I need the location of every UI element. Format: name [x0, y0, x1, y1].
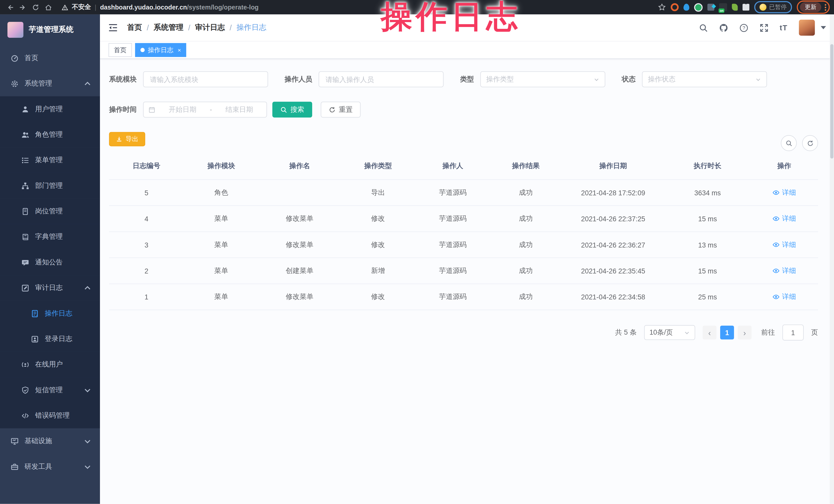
page-size-select[interactable]: 10条/页	[644, 325, 695, 340]
sidebar-item-notice-announcement[interactable]: 通知公告	[0, 249, 100, 275]
sidebar-item-dev-tools[interactable]: 研发工具	[0, 454, 100, 479]
user-avatar[interactable]	[799, 20, 815, 36]
sidebar-item-sms-management[interactable]: 短信管理	[0, 377, 100, 403]
extension-blue-drop-icon[interactable]	[683, 4, 689, 10]
tab-operate-log[interactable]: 操作日志×	[135, 43, 186, 57]
show-search-button[interactable]	[781, 135, 797, 151]
cell-duration: 15 ms	[665, 205, 750, 232]
help-question-icon[interactable]: ?	[739, 23, 748, 32]
dictionary-icon	[21, 233, 29, 241]
prev-page-button[interactable]: ‹	[703, 326, 717, 339]
chevron-down-icon	[84, 437, 91, 445]
sidebar-item-menu-management[interactable]: 菜单管理	[0, 147, 100, 173]
breadcrumb-item[interactable]: 审计日志	[195, 23, 225, 32]
error-code-icon	[21, 412, 29, 419]
extension-switch-icon[interactable]: on	[719, 3, 727, 11]
avatar-caret-icon[interactable]	[821, 26, 826, 29]
font-size-icon[interactable]: tT	[780, 23, 788, 32]
table-body: 5角色导出芋道源码成功2021-04-28 17:52:093634 ms详细4…	[109, 180, 818, 310]
detail-link[interactable]: 详细	[773, 188, 796, 197]
url-path: /system/log/operate-log	[187, 3, 259, 11]
module-filter-input[interactable]	[143, 71, 268, 87]
table-row: 5角色导出芋道源码成功2021-04-28 17:52:093634 ms详细	[109, 180, 818, 205]
page-1-button[interactable]: 1	[720, 326, 734, 339]
extensions-puzzle-icon[interactable]	[743, 4, 749, 10]
detail-link[interactable]: 详细	[773, 266, 796, 275]
time-filter-label: 操作时间	[109, 105, 137, 114]
operate-time-range-input[interactable]: 开始日期 - 结束日期	[143, 102, 267, 117]
cell-module: 角色	[184, 180, 259, 205]
fullscreen-icon[interactable]	[760, 23, 768, 32]
sidebar-collapse-icon[interactable]	[108, 23, 118, 32]
cell-name: 修改菜单	[259, 232, 341, 258]
chevron-down-icon	[755, 76, 761, 82]
tab-home[interactable]: 首页	[108, 43, 132, 57]
sidebar-item-audit-log[interactable]: 审计日志	[0, 275, 100, 301]
paused-label: 已暂停	[769, 3, 787, 11]
bookmark-star-icon[interactable]	[658, 3, 666, 11]
end-date-placeholder: 结束日期	[217, 105, 262, 114]
sidebar-item-system-management[interactable]: 系统管理	[0, 71, 100, 96]
profile-paused-pill[interactable]: 已暂停	[754, 1, 792, 13]
column-header: 操作结果	[490, 158, 562, 180]
search-icon[interactable]	[699, 23, 708, 32]
extension-on-badge: on	[719, 8, 725, 13]
dashboard-icon	[10, 54, 19, 62]
breadcrumb-item[interactable]: 首页	[127, 23, 142, 32]
cell-module: 菜单	[184, 232, 259, 258]
detail-link[interactable]: 详细	[773, 240, 796, 249]
table-row: 3菜单修改菜单修改芋道源码成功2021-04-26 22:36:2713 ms详…	[109, 232, 818, 258]
scrollbar-thumb[interactable]	[830, 44, 833, 158]
sidebar-item-login-log[interactable]: 登录日志	[0, 326, 100, 352]
sidebar-item-home[interactable]: 首页	[0, 45, 100, 71]
browser-back-button[interactable]	[4, 2, 16, 12]
reset-button[interactable]: 重置	[321, 102, 360, 117]
search-button[interactable]: 搜索	[272, 102, 312, 117]
operator-filter-input[interactable]	[319, 71, 443, 87]
browser-home-button[interactable]	[43, 2, 54, 12]
extension-leaf-icon[interactable]	[732, 4, 738, 10]
chevron-down-icon	[593, 76, 599, 82]
address-bar[interactable]: 不安全 | dashboard.yudao.iocoder.cn/system/…	[62, 3, 653, 12]
browser-forward-button[interactable]	[17, 2, 29, 12]
status-select-placeholder: 操作状态	[648, 74, 676, 84]
security-warning-label[interactable]: 不安全	[72, 3, 91, 12]
breadcrumb-item[interactable]: 系统管理	[154, 23, 183, 32]
browser-reload-button[interactable]	[30, 2, 42, 12]
sidebar-item-dept-management[interactable]: 部门管理	[0, 173, 100, 198]
sidebar-item-online-users[interactable]: 在线用户	[0, 352, 100, 377]
next-page-button[interactable]: ›	[738, 326, 751, 339]
extension-panel-icon[interactable]	[707, 4, 714, 10]
detail-link[interactable]: 详细	[773, 214, 796, 223]
sidebar-logo[interactable]: 芋道管理系统	[0, 15, 100, 45]
page-scrollbar[interactable]	[830, 15, 834, 504]
cell-date: 2021-04-26 22:36:27	[562, 232, 665, 258]
browser-menu-dots-icon[interactable]	[825, 3, 827, 11]
browser-update-button[interactable]: 更新	[800, 2, 821, 12]
detail-link-label: 详细	[782, 266, 796, 275]
sidebar-item-dict-management[interactable]: 字典管理	[0, 224, 100, 249]
tab-label: 首页	[114, 45, 127, 54]
status-filter-select[interactable]: 操作状态	[642, 71, 767, 87]
status-filter: 状态 操作状态	[622, 71, 767, 87]
extension-orange-ring-icon[interactable]	[671, 3, 679, 11]
type-filter: 类型 操作类型	[460, 71, 605, 87]
sidebar-item-user-management[interactable]: 用户管理	[0, 96, 100, 122]
goto-page-input[interactable]	[782, 325, 804, 341]
cell-module: 菜单	[184, 284, 259, 310]
github-icon[interactable]	[719, 23, 728, 32]
export-button[interactable]: 导出	[109, 132, 145, 146]
close-tab-icon[interactable]: ×	[178, 47, 181, 53]
sidebar-item-role-management[interactable]: 角色管理	[0, 122, 100, 147]
detail-link[interactable]: 详细	[773, 292, 796, 301]
sidebar-item-infrastructure[interactable]: 基础设施	[0, 428, 100, 454]
sidebar-item-error-code-management[interactable]: 错误码管理	[0, 403, 100, 428]
operate-log-table: 日志编号操作模块操作名操作类型操作人操作结果操作日期执行时长操作 5角色导出芋道…	[109, 158, 818, 310]
sidebar-item-operate-log[interactable]: 操作日志	[0, 301, 100, 326]
refresh-table-button[interactable]	[802, 135, 818, 151]
type-filter-select[interactable]: 操作类型	[480, 71, 605, 87]
sidebar-item-label: 错误码管理	[35, 411, 91, 420]
breadcrumb-item: 操作日志	[237, 23, 266, 32]
sidebar-item-post-management[interactable]: 岗位管理	[0, 198, 100, 224]
extension-green-circle-icon[interactable]	[694, 3, 703, 11]
